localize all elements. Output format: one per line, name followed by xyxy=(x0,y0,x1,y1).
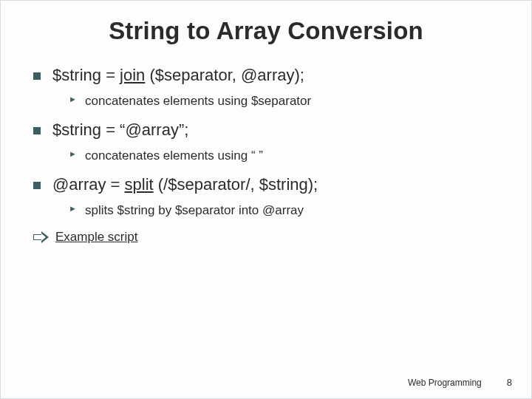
slide: String to Array Conversion $string = joi… xyxy=(1,1,531,398)
arrow-right-icon xyxy=(33,232,48,242)
item-text-pre: $string = xyxy=(52,66,120,84)
item-text-post: ($separator, @array); xyxy=(145,66,304,84)
list-item: $string = join ($separator, @array); con… xyxy=(33,66,509,109)
example-row: Example script xyxy=(23,230,509,245)
footer: Web Programming 8 xyxy=(408,377,512,388)
slide-title: String to Array Conversion xyxy=(23,17,509,45)
item-text-underlined: split xyxy=(125,175,154,194)
list-item: @array = split (/$separator/, $string); … xyxy=(33,175,509,218)
item-text-pre: $string = “@array”; xyxy=(52,120,188,139)
bullet-list: $string = join ($separator, @array); con… xyxy=(23,66,509,218)
example-script-link[interactable]: Example script xyxy=(55,230,137,245)
sub-item-text: splits $string by $separator into @array xyxy=(85,203,304,217)
item-text-underlined: join xyxy=(120,66,145,84)
sub-item-text: concatenates elements using “ ” xyxy=(85,149,263,163)
sub-list: concatenates elements using $separator xyxy=(52,94,509,109)
item-text-pre: @array = xyxy=(52,175,125,194)
item-text-post: (/$separator/, $string); xyxy=(154,175,318,194)
sub-list: concatenates elements using “ ” xyxy=(52,149,509,163)
sub-list: splits $string by $separator into @array xyxy=(52,203,509,218)
list-item: $string = “@array”; concatenates element… xyxy=(33,120,509,163)
sub-item: concatenates elements using $separator xyxy=(69,94,509,109)
page-number: 8 xyxy=(507,377,512,388)
footer-label: Web Programming xyxy=(408,378,482,388)
sub-item: concatenates elements using “ ” xyxy=(69,149,509,163)
sub-item-text: concatenates elements using $separator xyxy=(85,94,311,108)
sub-item: splits $string by $separator into @array xyxy=(69,203,509,218)
